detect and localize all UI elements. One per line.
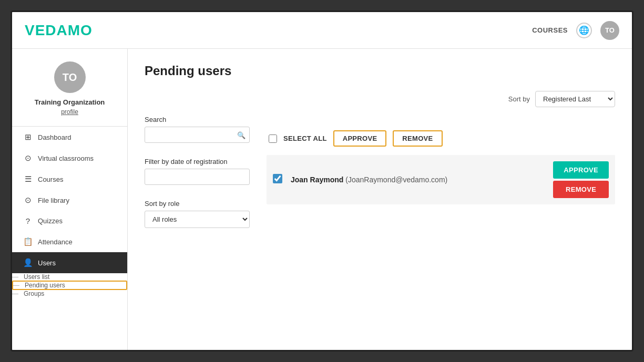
sidebar-item-virtual-classrooms[interactable]: ⊙ Virtual classrooms <box>12 148 127 169</box>
sidebar-item-label: Quizzes <box>38 217 63 225</box>
profile-link[interactable]: profile <box>61 108 78 116</box>
profile-name: Training Organization <box>35 98 105 106</box>
user-actions: APPROVE REMOVE <box>553 161 609 198</box>
courses-nav-link[interactable]: COURSES <box>532 26 568 34</box>
main-content: Pending users Sort by Registered Last Re… <box>128 49 632 350</box>
courses-icon: ☰ <box>23 174 33 184</box>
sort-by-label: Sort by <box>508 95 530 103</box>
quizzes-icon: ? <box>23 216 33 225</box>
app-logo: VEDAMO <box>25 22 93 39</box>
attendance-icon: 📋 <box>23 237 33 246</box>
main-layout: TO Training Organization profile ⊞ Dashb… <box>12 49 632 350</box>
sidebar-profile: TO Training Organization profile <box>12 49 127 127</box>
sidebar-item-label: Dashboard <box>38 133 71 141</box>
table-row: Joan Raymond (JoanRaymond@vedamo.com) AP… <box>267 155 615 204</box>
role-select[interactable]: All roles Student Teacher Admin <box>145 211 250 228</box>
sidebar-item-label: Virtual classrooms <box>38 154 94 162</box>
sort-select[interactable]: Registered Last Registered First Name A-… <box>535 91 615 107</box>
user-approve-button[interactable]: APPROVE <box>553 161 609 179</box>
dashboard-icon: ⊞ <box>23 132 33 142</box>
sidebar-sub-nav: — Users list — Pending users — Groups <box>12 273 127 297</box>
role-filter-group: Sort by role All roles Student Teacher A… <box>145 200 250 228</box>
date-filter-group: Filter by date of registration <box>145 158 250 185</box>
sidebar-item-file-library[interactable]: ⊙ File library <box>12 190 127 211</box>
user-remove-button[interactable]: REMOVE <box>553 181 609 198</box>
user-checkbox-wrap <box>273 174 282 185</box>
user-avatar[interactable]: TO <box>600 21 619 40</box>
approve-all-button[interactable]: APPROVE <box>333 130 387 147</box>
date-filter-input[interactable] <box>145 169 250 185</box>
users-panel: SELECT ALL APPROVE REMOVE Joan Raymond <box>267 116 615 239</box>
app-header: VEDAMO COURSES 🌐 TO <box>12 12 632 49</box>
groups-link[interactable]: Groups <box>24 290 44 297</box>
sidebar: TO Training Organization profile ⊞ Dashb… <box>12 49 128 350</box>
sidebar-sub-users-list[interactable]: — Users list <box>12 273 127 281</box>
pending-users-link[interactable]: Pending users <box>25 282 65 289</box>
sidebar-item-label: Attendance <box>38 238 73 246</box>
remove-all-button[interactable]: REMOVE <box>393 130 442 147</box>
select-all-label: SELECT ALL <box>283 135 327 142</box>
search-wrapper: 🔍 <box>145 127 250 143</box>
role-filter-label: Sort by role <box>145 200 250 208</box>
sidebar-item-attendance[interactable]: 📋 Attendance <box>12 231 127 252</box>
search-input[interactable] <box>145 127 250 143</box>
user-name: Joan Raymond <box>291 175 343 184</box>
page-title: Pending users <box>145 64 615 78</box>
globe-icon[interactable]: 🌐 <box>576 23 592 38</box>
search-label: Search <box>145 116 250 123</box>
filters-actions-layout: Search 🔍 Filter by date of registration … <box>145 116 615 239</box>
sidebar-item-label: Users <box>38 259 56 267</box>
sidebar-item-label: File library <box>38 196 69 204</box>
users-list: Joan Raymond (JoanRaymond@vedamo.com) AP… <box>267 155 615 209</box>
search-filter-group: Search 🔍 <box>145 116 250 143</box>
user-info: Joan Raymond (JoanRaymond@vedamo.com) <box>291 175 553 184</box>
virtual-classrooms-icon: ⊙ <box>23 153 33 163</box>
sidebar-item-users[interactable]: 👤 Users — Users list — Pending users <box>12 252 127 297</box>
user-checkbox[interactable] <box>273 174 282 183</box>
users-list-link[interactable]: Users list <box>24 273 49 281</box>
search-icon: 🔍 <box>237 131 246 139</box>
file-library-icon: ⊙ <box>23 195 33 205</box>
date-filter-label: Filter by date of registration <box>145 158 250 166</box>
sidebar-item-quizzes[interactable]: ? Quizzes <box>12 211 127 231</box>
select-all-checkbox[interactable] <box>269 135 277 143</box>
sidebar-nav: ⊞ Dashboard ⊙ Virtual classrooms ☰ Cours… <box>12 127 127 297</box>
filters-area: Search 🔍 Filter by date of registration … <box>145 116 250 228</box>
sidebar-sub-pending-users[interactable]: — Pending users <box>12 281 127 290</box>
sidebar-item-dashboard[interactable]: ⊞ Dashboard <box>12 127 127 148</box>
sidebar-item-label: Courses <box>38 175 63 183</box>
sidebar-item-courses[interactable]: ☰ Courses <box>12 169 127 190</box>
sidebar-sub-groups[interactable]: — Groups <box>12 290 127 297</box>
actions-bar: SELECT ALL APPROVE REMOVE <box>269 130 615 147</box>
users-icon: 👤 <box>23 258 33 267</box>
header-right: COURSES 🌐 TO <box>532 21 619 40</box>
user-email: (JoanRaymond@vedamo.com) <box>345 175 447 184</box>
sort-row: Sort by Registered Last Registered First… <box>145 91 615 107</box>
profile-avatar: TO <box>54 61 86 93</box>
